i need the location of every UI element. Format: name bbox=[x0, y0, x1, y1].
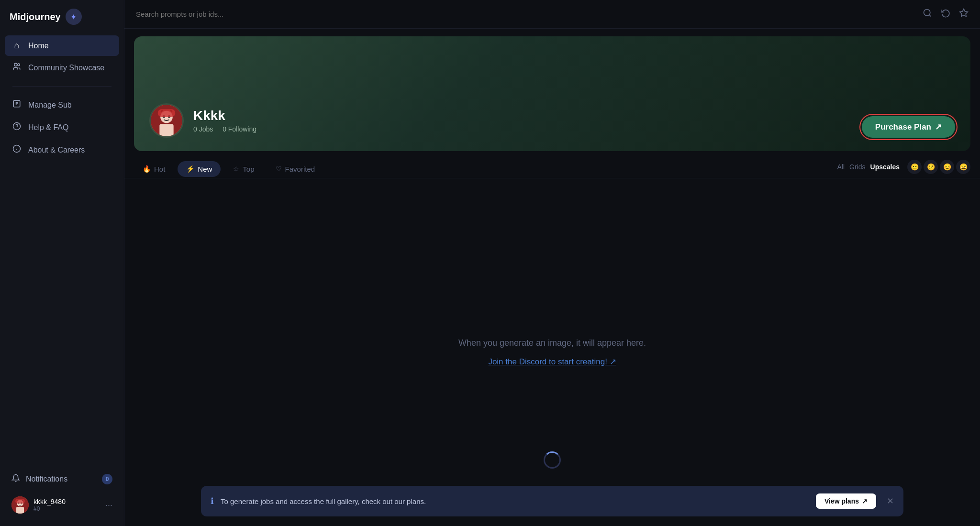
tab-top-label: Top bbox=[243, 165, 254, 173]
sidebar-logo: Midjourney ✦ bbox=[0, 9, 124, 35]
loading-spinner bbox=[544, 451, 561, 469]
notifications-badge: 0 bbox=[102, 474, 112, 484]
about-icon bbox=[11, 144, 22, 155]
purchase-plan-button[interactable]: Purchase Plan ↗ bbox=[862, 116, 955, 138]
community-icon bbox=[11, 62, 22, 73]
topbar-icons bbox=[923, 8, 969, 20]
filter-all[interactable]: All bbox=[837, 163, 845, 171]
bottom-banner: ℹ To generate jobs and access the full g… bbox=[201, 486, 903, 516]
profile-avatar bbox=[149, 103, 184, 138]
emoji-btn-0[interactable]: 😐 bbox=[907, 160, 922, 174]
discord-link[interactable]: Join the Discord to start creating! ↗ bbox=[488, 357, 616, 367]
user-info: kkkk_9480 #0 bbox=[33, 498, 100, 512]
username: kkkk_9480 bbox=[33, 498, 100, 505]
avatar bbox=[11, 496, 29, 514]
view-plans-label: View plans bbox=[824, 497, 859, 505]
feed-area: When you generate an image, it will appe… bbox=[124, 178, 980, 526]
svg-line-17 bbox=[929, 15, 931, 17]
sidebar-item-about-careers[interactable]: About & Careers bbox=[5, 139, 119, 161]
svg-point-16 bbox=[924, 10, 930, 16]
filter-upscales[interactable]: Upscales bbox=[870, 163, 900, 171]
sidebar-item-manage-label: Manage Sub bbox=[28, 101, 72, 110]
tab-top[interactable]: ☆ Top bbox=[224, 161, 263, 177]
tab-hot[interactable]: 🔥 Hot bbox=[134, 161, 174, 177]
profile-name: Kkkk bbox=[193, 108, 264, 123]
svg-rect-21 bbox=[159, 124, 173, 136]
sidebar-item-community-label: Community Showcase bbox=[28, 64, 104, 72]
svg-rect-10 bbox=[16, 507, 24, 514]
sidebar-bottom: Notifications 0 kkkk_9480 #0 bbox=[0, 469, 124, 518]
sidebar-item-community-showcase[interactable]: Community Showcase bbox=[5, 57, 119, 78]
sidebar: Midjourney ✦ ⌂ Home Community Showcase bbox=[0, 0, 124, 526]
search-icon[interactable] bbox=[923, 8, 932, 20]
refresh-icon[interactable] bbox=[941, 8, 950, 20]
tab-new-label: New bbox=[198, 165, 212, 173]
notifications-label: Notifications bbox=[26, 475, 67, 483]
sidebar-item-manage-sub[interactable]: Manage Sub bbox=[5, 94, 119, 116]
user-hash: #0 bbox=[33, 505, 100, 512]
svg-point-0 bbox=[14, 63, 17, 66]
main-content: Kkkk 0 Jobs 0 Following Purchase Plan ↗ … bbox=[124, 0, 980, 526]
hot-icon: 🔥 bbox=[143, 165, 151, 173]
profile-stats: 0 Jobs 0 Following bbox=[193, 125, 264, 133]
profile-info: Kkkk 0 Jobs 0 Following bbox=[149, 103, 862, 138]
top-icon: ☆ bbox=[233, 165, 239, 173]
logo-icon: ✦ bbox=[66, 9, 82, 25]
app-title: Midjourney bbox=[10, 11, 61, 22]
tab-hot-label: Hot bbox=[154, 165, 165, 173]
home-icon: ⌂ bbox=[11, 41, 22, 51]
emoji-btn-1[interactable]: 😕 bbox=[924, 160, 938, 174]
profile-jobs: 0 Jobs bbox=[193, 125, 213, 133]
search-input[interactable] bbox=[136, 10, 915, 18]
tab-favorited[interactable]: ♡ Favorited bbox=[267, 161, 324, 177]
purchase-plan-wrapper: Purchase Plan ↗ bbox=[862, 116, 955, 138]
user-profile[interactable]: kkkk_9480 #0 ··· bbox=[5, 492, 119, 518]
help-icon bbox=[11, 122, 22, 133]
tabs-right: All Grids Upscales 😐 😕 😊 😄 bbox=[837, 160, 971, 178]
sidebar-item-home-label: Home bbox=[28, 42, 49, 50]
sidebar-item-help-faq[interactable]: Help & FAQ bbox=[5, 117, 119, 138]
sidebar-item-home[interactable]: ⌂ Home bbox=[5, 35, 119, 56]
view-plans-icon: ↗ bbox=[862, 497, 868, 505]
profile-banner: Kkkk 0 Jobs 0 Following Purchase Plan ↗ bbox=[134, 36, 970, 151]
notifications-item[interactable]: Notifications 0 bbox=[5, 469, 119, 490]
filter-grids[interactable]: Grids bbox=[849, 163, 865, 171]
tab-new[interactable]: ⚡ New bbox=[178, 161, 221, 177]
empty-message: When you generate an image, it will appe… bbox=[458, 338, 646, 348]
sidebar-item-about-label: About & Careers bbox=[28, 146, 85, 154]
emoji-filter: 😐 😕 😊 😄 bbox=[907, 160, 970, 174]
sidebar-nav: ⌂ Home Community Showcase Manage Sub bbox=[0, 35, 124, 161]
profile-following: 0 Following bbox=[223, 125, 256, 133]
user-more-button[interactable]: ··· bbox=[105, 500, 112, 510]
tabs-bar: 🔥 Hot ⚡ New ☆ Top ♡ Favorited All Grids … bbox=[124, 151, 980, 178]
favorited-icon: ♡ bbox=[276, 165, 282, 173]
banner-info-icon: ℹ bbox=[211, 496, 214, 506]
svg-rect-15 bbox=[15, 499, 25, 504]
purchase-plan-label: Purchase Plan bbox=[875, 122, 931, 132]
new-icon: ⚡ bbox=[186, 165, 194, 173]
topbar bbox=[124, 0, 980, 29]
banner-close-button[interactable]: ✕ bbox=[887, 496, 894, 506]
emoji-btn-2[interactable]: 😊 bbox=[940, 160, 954, 174]
svg-rect-24 bbox=[158, 109, 176, 117]
purchase-plan-icon: ↗ bbox=[935, 122, 942, 132]
sparkle-icon[interactable] bbox=[959, 8, 969, 20]
bell-icon bbox=[11, 474, 20, 484]
svg-marker-18 bbox=[960, 9, 968, 17]
tab-favorited-label: Favorited bbox=[285, 165, 315, 173]
sidebar-item-help-label: Help & FAQ bbox=[28, 123, 68, 132]
divider-1 bbox=[12, 86, 111, 87]
emoji-btn-3[interactable]: 😄 bbox=[956, 160, 970, 174]
view-plans-button[interactable]: View plans ↗ bbox=[816, 493, 876, 509]
svg-point-1 bbox=[18, 64, 20, 66]
profile-details: Kkkk 0 Jobs 0 Following bbox=[193, 108, 264, 133]
banner-text: To generate jobs and access the full gal… bbox=[221, 497, 809, 505]
manage-sub-icon bbox=[11, 99, 22, 110]
